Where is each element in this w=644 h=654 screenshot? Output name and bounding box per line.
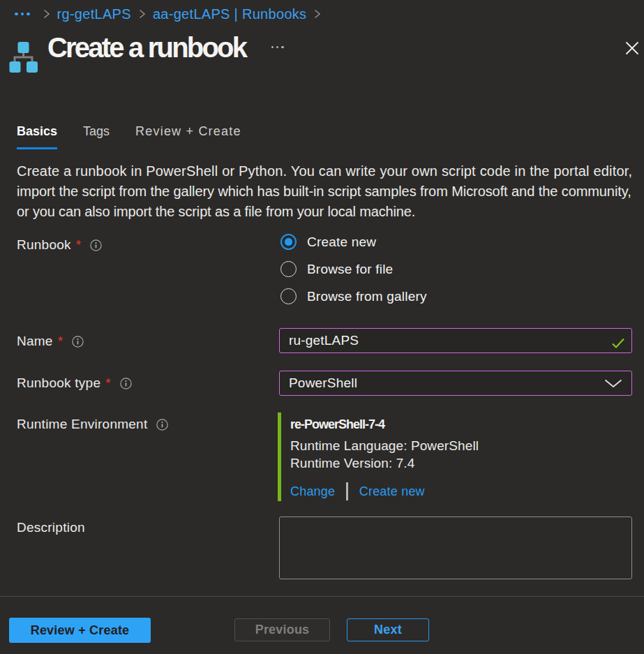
intro-line: import the script from the gallery which…	[17, 181, 632, 202]
next-button[interactable]: Next	[347, 618, 429, 641]
name-input[interactable]: ru-getLAPS	[279, 328, 632, 353]
previous-button[interactable]: Previous	[234, 618, 330, 641]
ellipsis-icon	[271, 46, 274, 48]
intro-text: Create a runbook in PowerShell or Python…	[17, 161, 632, 222]
breadcrumb-overflow-button[interactable]	[15, 13, 30, 16]
runbook-radio-group: Create new Browse for file Browse from g…	[280, 228, 427, 310]
valid-check-icon	[611, 337, 625, 349]
breadcrumb-link-aa[interactable]: aa-getLAPS | Runbooks	[153, 6, 307, 22]
radio-icon	[280, 261, 297, 277]
runtime-environment-label: Runtime Environment	[17, 417, 168, 432]
title-more-button[interactable]	[269, 43, 287, 51]
chevron-right-icon	[138, 9, 146, 19]
runbook-icon	[9, 40, 38, 73]
radio-icon	[280, 288, 297, 304]
radio-icon	[280, 234, 297, 250]
radio-browse-for-file[interactable]: Browse for file	[280, 255, 427, 283]
tab-bar: Basics Tags Review + Create	[17, 124, 267, 149]
link-separator	[346, 482, 348, 500]
runbook-type-select[interactable]: PowerShell	[279, 371, 632, 396]
name-label: Name*	[17, 334, 84, 349]
runbook-label: Runbook*	[17, 237, 102, 253]
required-asterisk: *	[58, 334, 63, 349]
required-asterisk: *	[105, 376, 111, 391]
ellipsis-icon	[15, 13, 18, 16]
breadcrumb: rg-getLAPS aa-getLAPS | Runbooks	[15, 0, 328, 28]
intro-line: or you can also import the script as a f…	[17, 202, 632, 222]
runbook-type-value: PowerShell	[289, 376, 357, 391]
tab-tags[interactable]: Tags	[83, 124, 110, 149]
radio-create-new[interactable]: Create new	[280, 228, 427, 255]
description-textarea[interactable]	[279, 516, 632, 579]
review-create-button[interactable]: Review + Create	[9, 618, 151, 643]
tab-basics[interactable]: Basics	[17, 124, 57, 149]
info-icon[interactable]	[90, 239, 102, 251]
info-icon[interactable]	[120, 378, 132, 389]
close-button[interactable]	[623, 40, 641, 58]
chevron-right-icon	[43, 9, 50, 19]
description-label: Description	[17, 520, 85, 535]
runtime-language: Runtime Language: PowerShell	[290, 437, 632, 454]
chevron-right-icon	[313, 9, 321, 19]
name-input-value: ru-getLAPS	[289, 333, 359, 348]
runbook-type-label: Runbook type*	[17, 376, 132, 391]
runtime-links: Change Create new	[290, 482, 632, 501]
footer-divider	[0, 596, 644, 597]
create-new-link[interactable]: Create new	[359, 484, 425, 499]
intro-line: Create a runbook in PowerShell or Python…	[17, 161, 632, 181]
close-icon	[624, 40, 640, 56]
info-icon[interactable]	[156, 419, 168, 431]
radio-browse-from-gallery[interactable]: Browse from gallery	[280, 283, 427, 310]
change-link[interactable]: Change	[290, 484, 335, 499]
runtime-version: Runtime Version: 7.4	[290, 454, 632, 472]
breadcrumb-link-rg[interactable]: rg-getLAPS	[57, 6, 131, 22]
required-asterisk: *	[76, 237, 82, 253]
tab-review-create[interactable]: Review + Create	[135, 124, 241, 149]
create-runbook-blade: rg-getLAPS aa-getLAPS | Runbooks Create …	[0, 0, 644, 654]
runtime-environment-bar	[278, 413, 281, 501]
runtime-environment-box: re-PowerShell-7-4 Runtime Language: Powe…	[278, 413, 632, 501]
chevron-down-icon	[604, 379, 622, 388]
info-icon[interactable]	[72, 336, 84, 348]
runtime-environment-name: re-PowerShell-7-4	[290, 413, 632, 432]
page-title: Create a runbook	[47, 34, 246, 61]
